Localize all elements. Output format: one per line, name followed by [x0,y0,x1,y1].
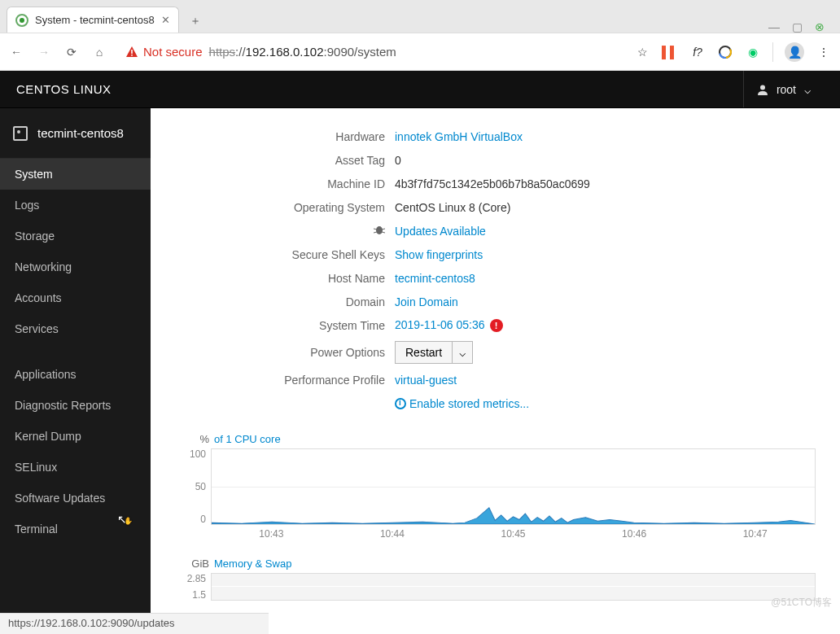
maximize-icon[interactable]: ▢ [791,21,803,33]
sidebar-item-services[interactable]: Services [0,313,151,344]
window-controls: — ▢ ⊗ [768,21,833,33]
cpu-y-axis: 100500 [175,448,211,525]
value-time[interactable]: 2019-11-06 05:36! [395,318,503,332]
cpu-plot[interactable] [211,448,816,525]
watermark: @51CTO博客 [771,596,832,610]
tab-title: System - tecmint-centos8 [35,14,155,26]
restart-button[interactable]: Restart [395,341,453,364]
bug-icon [374,224,385,235]
value-hardware[interactable]: innotek GmbH VirtualBox [395,130,523,143]
system-info-table: Hardwareinnotek GmbH VirtualBox Asset Ta… [175,125,794,415]
new-tab-button[interactable]: ＋ [184,10,207,33]
sidebar-item-terminal[interactable]: Terminal [0,514,151,544]
label-updates [175,224,395,238]
profile-avatar[interactable]: 👤 [785,42,804,62]
join-domain-link[interactable]: Join Domain [395,295,458,308]
sidebar-item-selinux[interactable]: SELinux [0,452,151,483]
label-power: Power Options [175,346,395,359]
browser-menu-icon[interactable]: ⋮ [816,44,832,60]
reload-button[interactable]: ⟳ [63,44,80,60]
url-text: https://192.168.0.102:9090/system [209,45,396,59]
label-perf: Performance Profile [175,374,395,387]
minimize-icon[interactable]: — [768,21,780,33]
memory-chart: GiBMemory & Swap 2.851.5 [175,557,816,601]
label-hostname: Host Name [175,272,395,285]
tab-close-icon[interactable]: ✕ [161,14,170,26]
sidebar-item-accounts[interactable]: Accounts [0,282,151,313]
content: Hardwareinnotek GmbH VirtualBox Asset Ta… [151,108,840,613]
svg-point-7 [760,85,765,90]
svg-line-11 [374,232,377,233]
brand-title: CENTOS LINUX [16,82,112,96]
updates-available-link[interactable]: Updates Available [395,225,486,238]
value-hostname[interactable]: tecmint-centos8 [395,272,475,285]
svg-point-1 [20,18,24,23]
svg-rect-3 [131,55,133,56]
forward-button[interactable]: → [36,44,52,60]
flipboard-icon[interactable]: ▌▌ [662,44,678,60]
browser-tab[interactable]: System - tecmint-centos8 ✕ [7,7,179,33]
extension-circle-icon[interactable] [717,44,733,60]
cpu-chart: %of 1 CPU core 100500 10:4310:4410:4510:… [175,433,816,540]
back-button[interactable]: ← [8,44,24,60]
value-os: CentOS Linux 8 (Core) [395,201,510,214]
label-asset-tag: Asset Tag [175,154,395,167]
power-dropdown-button[interactable]: ⌵ [453,341,473,364]
home-button[interactable]: ⌂ [91,44,107,60]
browser-chrome: System - tecmint-centos8 ✕ ＋ — ▢ ⊗ ← → ⟳… [0,0,840,71]
show-fingerprints-link[interactable]: Show fingerprints [395,248,483,261]
sidebar-item-applications[interactable]: Applications [0,359,151,390]
close-window-icon[interactable]: ⊗ [814,21,825,33]
nav-bar: ← → ⟳ ⌂ Not secure https://192.168.0.102… [0,33,840,70]
value-perf[interactable]: virtual-guest [395,374,457,387]
sidebar: tecmint-centos8 SystemLogsStorageNetwork… [0,108,151,613]
sidebar-item-system[interactable]: System [0,159,151,190]
label-os: Operating System [175,201,395,214]
mem-plot[interactable] [211,573,816,601]
extension-f-icon[interactable]: f? [689,44,706,60]
sidebar-item-kernel-dump[interactable]: Kernel Dump [0,421,151,452]
tab-strip: System - tecmint-centos8 ✕ ＋ — ▢ ⊗ [0,0,840,33]
user-name: root [777,83,796,96]
sidebar-host[interactable]: tecmint-centos8 [0,108,151,159]
star-icon[interactable]: ☆ [634,44,650,60]
sidebar-item-diagnostic-reports[interactable]: Diagnostic Reports [0,390,151,421]
app-header: CENTOS LINUX root ⌵ [0,71,840,108]
label-domain: Domain [175,295,395,308]
sidebar-item-networking[interactable]: Networking [0,251,151,282]
svg-line-12 [382,232,385,233]
power-button-group: Restart ⌵ [395,341,473,364]
sidebar-item-logs[interactable]: Logs [0,190,151,221]
server-icon [13,126,28,141]
sidebar-item-storage[interactable]: Storage [0,221,151,251]
mem-unit: GiB [175,557,209,570]
grammarly-icon[interactable]: ◉ [745,44,761,60]
user-icon [757,84,768,95]
label-time: System Time [175,319,395,332]
value-machine-id: 4b3f7fd75c1342e5b06b7b8a50ac0699 [395,177,590,190]
cpu-title[interactable]: of 1 CPU core [214,433,281,445]
user-menu[interactable]: root ⌵ [743,71,824,107]
cpu-x-axis: 10:4310:4410:4510:4610:47 [211,528,816,540]
time-warning-icon: ! [490,319,503,332]
mem-y-axis: 2.851.5 [175,573,211,601]
svg-point-8 [376,226,383,234]
label-hardware: Hardware [175,130,395,143]
address-bar[interactable]: Not secure https://192.168.0.102:9090/sy… [119,39,623,65]
chevron-down-icon: ⌵ [804,83,811,96]
toolbar-icons: ☆ ▌▌ f? ◉ 👤 ⋮ [634,42,832,62]
sidebar-item-software-updates[interactable]: Software Updates [0,483,151,514]
label-ssh: Secure Shell Keys [175,248,395,261]
not-secure-badge[interactable]: Not secure [125,45,203,59]
info-icon [395,398,406,409]
status-bar: https://192.168.0.102:9090/updates [0,613,269,634]
warning-icon [125,46,138,59]
cpu-unit: % [175,433,209,445]
label-machine-id: Machine ID [175,177,395,190]
favicon-icon [15,14,28,27]
mem-title[interactable]: Memory & Swap [214,557,291,570]
sidebar-hostname: tecmint-centos8 [37,126,124,140]
svg-rect-2 [131,50,133,54]
enable-metrics-link[interactable]: Enable stored metrics... [395,397,529,410]
value-asset-tag: 0 [395,154,401,167]
